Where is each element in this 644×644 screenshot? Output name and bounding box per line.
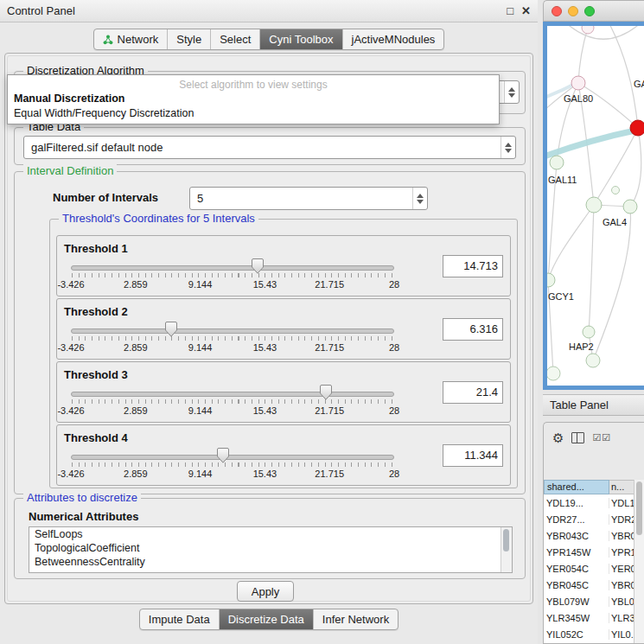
- threshold-2-slider: -3.426 2.859 9.144 15.43 21.715 28: [71, 322, 394, 358]
- scale-tick: 2.859: [124, 405, 148, 416]
- network-node-gcy1[interactable]: [547, 273, 555, 287]
- select-columns-icons[interactable]: ☑☑: [592, 432, 611, 443]
- slider-thumb[interactable]: [217, 448, 229, 463]
- network-node-selected[interactable]: [630, 120, 644, 136]
- network-canvas[interactable]: GAL80 GA GAL11 GAL4 GCY1 HAP2: [543, 22, 644, 390]
- tab-select[interactable]: Select: [210, 29, 259, 49]
- tab-style[interactable]: Style: [167, 29, 210, 49]
- node-label: GAL11: [548, 175, 577, 185]
- tab-infer-network[interactable]: Infer Network: [313, 609, 398, 629]
- tab-jactivemnodules[interactable]: jActiveMNodules: [342, 29, 444, 49]
- threshold-label: Threshold 3: [64, 368, 128, 381]
- threshold-3-value[interactable]: 21.4: [443, 381, 503, 404]
- tab-label: jActiveMNodules: [352, 33, 436, 46]
- close-button[interactable]: [552, 6, 562, 16]
- table-row[interactable]: YDR27...YDR2...: [544, 511, 634, 527]
- tab-impute-data[interactable]: Impute Data: [140, 609, 219, 629]
- threshold-2-box: Threshold 2 -3.426 2.859 9.144 15.43 21: [56, 298, 511, 360]
- apply-button[interactable]: Apply: [237, 581, 294, 602]
- network-graph: GAL80 GA GAL11 GAL4 GCY1 HAP2: [547, 26, 644, 390]
- node-label: GCY1: [548, 291, 574, 302]
- interval-definition-group: Interval Definition Number of Intervals …: [14, 171, 526, 494]
- list-item[interactable]: TopologicalCoefficient: [29, 541, 512, 555]
- bottom-tabstrip: Impute Data Discretize Data Infer Networ…: [0, 609, 538, 630]
- close-window-icon[interactable]: ✕: [521, 4, 531, 17]
- table-data-combobox[interactable]: galFiltered.sif default node: [23, 136, 516, 159]
- network-node-hap2[interactable]: [583, 326, 595, 338]
- scale-tick: 28: [389, 279, 399, 290]
- tab-network[interactable]: Network: [94, 29, 168, 49]
- node-table: shared... n... YDL19...YDL1... YDR27...Y…: [544, 480, 634, 643]
- threshold-label: Threshold 4: [64, 431, 128, 444]
- float-window-icon[interactable]: □: [507, 4, 513, 17]
- slider-thumb[interactable]: [320, 385, 332, 400]
- slider-track[interactable]: [71, 392, 394, 397]
- network-node[interactable]: [612, 187, 620, 194]
- scale-tick: 15.43: [253, 469, 277, 479]
- node-label: GAL4: [603, 217, 627, 227]
- network-icon: [103, 35, 113, 45]
- slider-thumb[interactable]: [165, 322, 177, 337]
- combobox-arrows-icon: [504, 81, 519, 103]
- table-panel-window: ⚙ ☑☑ shared... n... YDL19...YDL1... YDR2…: [543, 422, 644, 644]
- table-row[interactable]: YER054CYER0...: [544, 560, 634, 577]
- slider-track[interactable]: [71, 455, 394, 460]
- threshold-2-value[interactable]: 6.316: [443, 318, 503, 341]
- dropdown-option-equal-width-frequency[interactable]: Equal Width/Frequency Discretization: [8, 106, 499, 121]
- slider-scale: -3.426 2.859 9.144 15.43 21.715 28: [71, 279, 394, 290]
- network-node[interactable]: [623, 200, 637, 214]
- window-title: Control Panel: [7, 4, 75, 17]
- table-row[interactable]: YBR045CYBR0...: [544, 577, 634, 593]
- network-node[interactable]: [582, 26, 594, 34]
- scale-tick: 9.144: [188, 469, 213, 479]
- combobox-arrows-icon: [412, 188, 427, 209]
- network-node-gal4[interactable]: [586, 197, 602, 213]
- threshold-1-value[interactable]: 14.713: [443, 255, 503, 277]
- scale-tick: 21.715: [315, 342, 344, 353]
- combobox-arrows-icon: [501, 137, 515, 158]
- column-header-name[interactable]: n...: [609, 480, 634, 494]
- network-node-gal11[interactable]: [550, 156, 564, 169]
- table-row[interactable]: YIL052CYIL0...: [544, 626, 634, 642]
- table-columns-icon[interactable]: [571, 432, 584, 443]
- minimize-button[interactable]: [568, 6, 578, 16]
- group-title: Attributes to discretize: [23, 491, 141, 505]
- table-data-group: Table Data galFiltered.sif default node: [14, 127, 526, 165]
- numerical-attributes-list: SelfLoops TopologicalCoefficient Between…: [29, 526, 513, 573]
- slider-track[interactable]: [71, 328, 394, 334]
- list-item[interactable]: BetweennessCentrality: [29, 555, 512, 569]
- tab-label: Style: [176, 33, 201, 46]
- table-row[interactable]: YLR345WYLR3...: [544, 609, 634, 626]
- column-header-shared-name[interactable]: shared...: [544, 480, 609, 494]
- network-node-gal80[interactable]: [571, 76, 585, 90]
- table-row[interactable]: YPR145WYPR1...: [544, 544, 634, 560]
- slider-scale: -3.426 2.859 9.144 15.43 21.715 28: [71, 405, 394, 416]
- list-scrollbar[interactable]: [501, 527, 512, 572]
- tab-discretize-data[interactable]: Discretize Data: [219, 609, 313, 629]
- table-header-row: shared... n...: [544, 480, 634, 494]
- slider-track[interactable]: [71, 265, 394, 271]
- table-scrollbar[interactable]: [634, 480, 644, 643]
- table-row[interactable]: YBL079WYBL0...: [544, 593, 634, 609]
- scale-tick: -3.426: [57, 469, 84, 479]
- slider-thumb[interactable]: [252, 258, 264, 274]
- tab-cyni-toolbox[interactable]: Cyni Toolbox: [259, 29, 341, 49]
- scale-tick: 9.144: [188, 405, 213, 416]
- table-row[interactable]: YBR043CYBR0...: [544, 527, 634, 544]
- gear-icon[interactable]: ⚙: [552, 431, 564, 444]
- list-item[interactable]: SelfLoops: [29, 527, 512, 541]
- scale-tick: 15.43: [253, 279, 277, 290]
- scale-tick: 15.43: [253, 405, 277, 416]
- table-row[interactable]: YDL19...YDL1...: [544, 494, 634, 511]
- network-view-window: GAL80 GA GAL11 GAL4 GCY1 HAP2: [543, 0, 644, 390]
- network-node[interactable]: [547, 367, 560, 380]
- slider-ticks: [72, 399, 393, 404]
- scale-tick: 9.144: [188, 279, 213, 290]
- num-intervals-combobox[interactable]: 5: [189, 187, 428, 210]
- scale-tick: 28: [389, 405, 399, 416]
- attributes-group: Attributes to discretize Numerical Attri…: [14, 498, 526, 579]
- network-node[interactable]: [586, 354, 600, 367]
- zoom-button[interactable]: [584, 6, 595, 16]
- threshold-4-value[interactable]: 11.344: [443, 444, 503, 467]
- dropdown-option-manual-discretization[interactable]: Manual Discretization: [8, 92, 499, 106]
